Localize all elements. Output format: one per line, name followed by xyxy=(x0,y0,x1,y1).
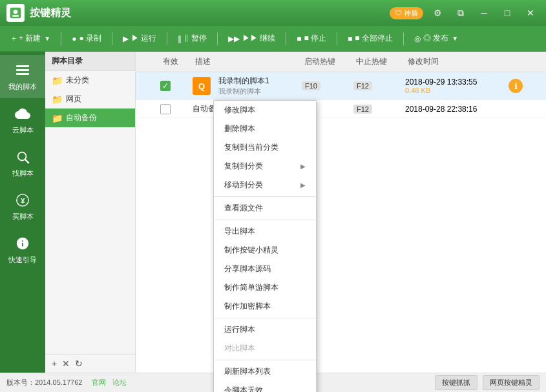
row1-hotkey-cell: F10 xyxy=(302,81,353,90)
run-label: ▶ 运行 xyxy=(131,33,156,44)
shield-icon: 🛡 xyxy=(395,9,402,17)
logo-icon xyxy=(6,4,25,22)
ctx-item-make-simple-game[interactable]: 制作简单游脚本 xyxy=(214,278,316,297)
row2-time: 2018-09-28 22:38:16 xyxy=(405,105,477,114)
header-check xyxy=(141,61,160,63)
script-info: 我录制的脚本1 我录制的脚本 xyxy=(218,76,269,96)
ctx-separator xyxy=(214,318,316,318)
grab-key-button[interactable]: 按键抓抓 xyxy=(435,375,478,390)
record-button[interactable]: ● ● 录制 xyxy=(67,30,107,46)
dir-header: 脚本目录 xyxy=(45,52,135,71)
row2-checkbox[interactable] xyxy=(160,104,171,114)
ctx-item-delete[interactable]: 删除脚本 xyxy=(214,119,316,138)
sidebar-item-cloud-scripts[interactable]: 云脚本 xyxy=(0,98,45,141)
ctx-item-label-delete: 删除脚本 xyxy=(224,123,255,134)
pause-label: ‖ 暂停 xyxy=(184,33,206,44)
sidebar-item-buy-scripts[interactable]: ¥ 买脚本 xyxy=(0,185,45,228)
ctx-item-view-source[interactable]: 查看源文件 xyxy=(214,199,316,218)
sidebar-item-quick-guide[interactable]: 快速引导 xyxy=(0,228,45,271)
dir-delete-button[interactable]: ✕ xyxy=(62,358,70,369)
restore-button[interactable]: □ xyxy=(498,4,516,22)
ctx-separator xyxy=(214,220,316,220)
title-bar: 按键精灵 🛡 神盾 ⚙ ⧉ ─ □ ✕ xyxy=(0,0,546,26)
dir-item-auto-backup[interactable]: 📁 自动备份 xyxy=(45,108,135,127)
continue-button[interactable]: ▶▶ ▶▶ 继续 xyxy=(223,30,280,46)
search-icon xyxy=(14,148,32,166)
dir-item-auto-backup-label: 自动备份 xyxy=(66,112,97,123)
sidebar-item-my-scripts[interactable]: 我的脚本 xyxy=(0,55,45,98)
dir-item-uncategorized[interactable]: 📁 未分类 xyxy=(45,71,135,90)
header-valid: 有效 xyxy=(160,55,193,68)
row1-size: 0.48 KB xyxy=(405,87,509,94)
settings-button[interactable]: ⚙ xyxy=(428,4,446,22)
ctx-item-run[interactable]: 运行脚本 xyxy=(214,320,316,339)
toolbar: + + 新建 ▼ ● ● 录制 ▶ ▶ 运行 ‖ ‖ 暂停 ▶▶ ▶▶ 继续 ■… xyxy=(0,26,546,52)
row1-checkbox[interactable]: ✓ xyxy=(160,81,171,91)
context-menu: 修改脚本删除脚本复制到当前分类复制到分类▶移动到分类▶查看源文件导出脚本制作按键… xyxy=(213,100,317,392)
row1-time-cell: 2018-09-29 13:33:55 0.48 KB xyxy=(405,77,509,94)
run-button[interactable]: ▶ ▶ 运行 xyxy=(118,30,162,46)
ctx-item-copy-to-current[interactable]: 复制到当前分类 xyxy=(214,138,316,157)
ctx-item-label-copy-to: 复制到分类 xyxy=(224,161,263,172)
ctx-item-make-wizard[interactable]: 制作按键小精灵 xyxy=(214,241,316,260)
ctx-separator xyxy=(214,360,316,360)
official-site-link[interactable]: 官网 xyxy=(92,378,106,387)
status-right: 按键抓抓 网页按键精灵 xyxy=(435,375,540,390)
title-bar-right: 🛡 神盾 ⚙ ⧉ ─ □ ✕ xyxy=(390,4,540,22)
ctx-item-make-encrypted[interactable]: 制作加密脚本 xyxy=(214,297,316,316)
dir-item-web-label: 网页 xyxy=(66,94,81,105)
row1-hotkey-badge: F10 xyxy=(302,81,320,90)
ctx-item-label-make-wizard: 制作按键小精灵 xyxy=(224,245,278,256)
minimize-button[interactable]: ─ xyxy=(475,4,493,22)
stop-button[interactable]: ■ ■ 停止 xyxy=(291,30,331,46)
continue-label: ▶▶ 继续 xyxy=(242,33,275,44)
buy-scripts-label: 买脚本 xyxy=(12,212,34,222)
sidebar-item-find-scripts[interactable]: 找脚本 xyxy=(0,141,45,185)
ctx-item-copy-to[interactable]: 复制到分类▶ xyxy=(214,157,316,176)
ctx-item-export[interactable]: 导出脚本 xyxy=(214,222,316,241)
ctx-item-label-disable: 令脚本无效 xyxy=(224,385,263,392)
shield-badge: 🛡 神盾 xyxy=(390,7,423,19)
ctx-item-label-view-source: 查看源文件 xyxy=(224,203,263,214)
prop-icon[interactable]: ℹ xyxy=(509,79,523,93)
script-sub: 我录制的脚本 xyxy=(218,87,269,96)
run-icon: ▶ xyxy=(123,34,129,43)
row1-stop-badge: F12 xyxy=(353,81,372,90)
dir-refresh-button[interactable]: ↻ xyxy=(75,358,83,369)
stop-all-button[interactable]: ■ ■ 全部停止 xyxy=(342,30,398,46)
ctx-item-share-source[interactable]: 分享脚本源码 xyxy=(214,260,316,278)
ctx-item-disable[interactable]: 令脚本无效 xyxy=(214,381,316,392)
status-links: 官网 论坛 xyxy=(92,378,127,387)
shield-label: 神盾 xyxy=(404,8,418,18)
maximize-restore-button[interactable]: ⧉ xyxy=(452,4,470,22)
new-button[interactable]: + + 新建 ▼ xyxy=(6,30,56,46)
ctx-item-refresh[interactable]: 刷新脚本列表 xyxy=(214,362,316,381)
folder-icon-3: 📁 xyxy=(52,113,63,123)
web-key-wizard-button[interactable]: 网页按键精灵 xyxy=(483,375,540,390)
dir-item-web[interactable]: 📁 网页 xyxy=(45,90,135,108)
close-button[interactable]: ✕ xyxy=(521,4,540,22)
ctx-item-label-make-encrypted: 制作加密脚本 xyxy=(224,301,271,312)
continue-icon: ▶▶ xyxy=(228,34,240,43)
toolbar-sep-1 xyxy=(61,32,61,45)
ctx-item-move-to[interactable]: 移动到分类▶ xyxy=(214,176,316,194)
publish-icon: ◎ xyxy=(414,34,421,43)
publish-button[interactable]: ◎ ◎ 发布 ▼ xyxy=(409,30,463,46)
table-row[interactable]: ✓ Q 我录制的脚本1 我录制的脚本 F10 F12 xyxy=(136,72,546,100)
script-list: 有效 描述 启动热键 中止热键 修改时间 ✓ Q 我 xyxy=(136,52,546,373)
my-scripts-label: 我的脚本 xyxy=(8,82,37,92)
ctx-item-edit[interactable]: 修改脚本 xyxy=(214,101,316,119)
toolbar-sep-7 xyxy=(403,32,404,45)
dir-add-button[interactable]: + xyxy=(52,358,57,369)
new-label: + 新建 xyxy=(19,33,41,44)
table-row[interactable]: 自动备份功能说明 F12 2018-09-28 22:38:16 xyxy=(136,100,546,118)
toolbar-sep-4 xyxy=(217,32,218,45)
publish-label: ◎ 发布 xyxy=(423,33,448,44)
folder-icon: 📁 xyxy=(52,76,63,86)
forum-link[interactable]: 论坛 xyxy=(112,378,127,387)
record-label: ● 录制 xyxy=(79,33,102,44)
pause-button[interactable]: ‖ ‖ 暂停 xyxy=(173,30,211,46)
toolbar-sep-5 xyxy=(286,32,286,45)
app-title: 按键精灵 xyxy=(30,6,71,20)
my-scripts-icon xyxy=(14,61,32,79)
